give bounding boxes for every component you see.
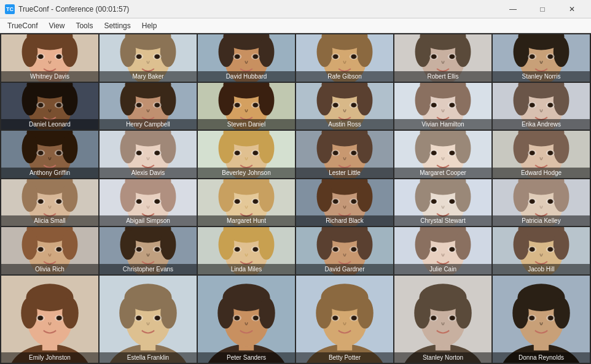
svg-point-122 [317,85,333,115]
video-cell[interactable]: Alexis Davis [100,131,197,178]
svg-point-114 [251,102,260,108]
svg-point-279 [357,181,373,211]
participant-video [493,276,590,363]
svg-point-19 [160,37,176,67]
video-cell[interactable]: David Gardner [296,227,393,274]
video-cell[interactable]: Betty Potter [296,276,393,363]
close-button[interactable]: ✕ [558,0,586,18]
video-cell[interactable]: Margaret Cooper [394,131,491,178]
participant-name: Daniel Leonard [1,119,98,130]
menu-item-view[interactable]: View [44,20,70,31]
video-cell[interactable]: Christopher Evans [100,227,197,274]
svg-point-136 [455,85,471,115]
svg-point-360 [331,247,340,253]
video-cell[interactable]: Rafe Gibson [296,34,393,82]
video-cell[interactable]: Margaret Hunt [198,179,295,227]
svg-point-153 [546,102,555,108]
svg-point-232 [530,151,534,155]
video-cell[interactable]: Stanley Norton [394,276,491,363]
video-cell[interactable]: Austin Ross [296,83,393,130]
svg-point-160 [26,131,72,146]
video-cell[interactable]: Stanley Norris [493,34,590,82]
svg-point-214 [455,133,471,163]
svg-point-450 [449,316,455,320]
svg-point-108 [223,83,269,98]
video-grid: Whitney Davis [0,33,591,364]
video-cell[interactable]: Linda Miles [198,227,295,274]
video-cell[interactable]: Richard Black [296,179,393,227]
svg-point-43 [321,34,367,50]
svg-point-220 [450,151,455,155]
minimize-button[interactable]: — [499,0,527,18]
menu-item-tools[interactable]: Tools [71,20,98,31]
svg-point-240 [62,181,78,211]
svg-rect-429 [296,276,393,363]
participant-video [296,276,393,363]
menu-item-trueconf[interactable]: TrueConf [2,20,43,31]
svg-rect-403 [100,276,197,363]
svg-point-258 [136,199,141,203]
svg-point-190 [252,150,259,155]
video-cell[interactable]: Erika Andrews [493,83,590,130]
svg-point-124 [332,103,339,107]
svg-point-355 [321,227,367,242]
video-cell[interactable]: Henry Campbell [100,83,197,130]
video-cell[interactable]: Daniel Leonard [1,83,98,130]
video-cell[interactable]: Chrystal Stewart [394,179,491,227]
svg-point-334 [135,247,143,253]
svg-point-59 [431,54,437,59]
video-cell[interactable]: Robert Ellis [394,34,491,82]
app-icon: TC [5,4,15,14]
svg-point-415 [155,316,160,320]
titlebar: TC TrueConf - Conference (00:01:57) — □ … [0,0,591,18]
video-cell[interactable]: Anthony Griffin [1,131,98,178]
video-cell[interactable]: Estella Franklin [100,276,197,363]
video-cell[interactable]: Lester Little [296,131,393,178]
video-cell[interactable]: Jacob Hill [493,227,590,274]
video-cell[interactable]: Whitney Davis [1,34,98,82]
svg-point-163 [37,150,44,155]
svg-point-126 [331,102,340,108]
svg-point-459 [517,284,565,311]
svg-point-376 [450,247,455,252]
video-cell[interactable]: Alicia Small [1,179,98,227]
participant-name: Abigail Simpson [100,215,197,226]
video-cell[interactable]: Edward Hodge [493,131,590,178]
svg-point-265 [219,181,235,211]
svg-point-206 [333,151,338,155]
svg-point-373 [429,247,438,253]
svg-point-99 [154,103,160,107]
video-cell[interactable]: Vivian Hamilton [394,83,491,130]
svg-point-203 [351,150,357,155]
video-cell[interactable]: Patricia Kelley [493,179,590,227]
svg-point-245 [38,199,43,203]
video-cell[interactable]: Steven Daniel [198,83,295,130]
menu-item-settings[interactable]: Settings [99,20,135,31]
svg-point-86 [56,103,62,107]
svg-point-167 [38,151,43,155]
svg-point-32 [259,37,275,67]
video-cell[interactable]: Mary Baker [100,34,197,82]
svg-point-321 [36,247,45,253]
svg-point-438 [331,315,340,321]
participant-name: Peter Sanders [198,352,295,363]
video-cell[interactable]: Julie Cain [394,227,491,274]
video-cell[interactable]: Olivia Rich [1,227,98,274]
video-cell[interactable]: David Hubbard [198,34,295,82]
video-cell[interactable]: Peter Sanders [198,276,295,363]
video-cell[interactable]: Donna Reynolds [493,276,590,363]
svg-point-356 [317,230,333,260]
svg-point-110 [259,85,275,115]
maximize-button[interactable]: □ [528,0,557,18]
video-cell[interactable]: Beverley Johnson [198,131,295,178]
menu-item-help[interactable]: Help [137,20,162,31]
svg-point-400 [55,315,63,321]
svg-point-270 [251,198,260,204]
video-cell[interactable]: Abigail Simpson [100,179,197,227]
svg-point-20 [136,54,142,59]
svg-rect-431 [337,335,352,350]
svg-point-18 [120,37,136,67]
svg-point-244 [55,198,63,204]
svg-point-467 [548,316,553,320]
video-cell[interactable]: Emily Johnston [1,276,98,363]
